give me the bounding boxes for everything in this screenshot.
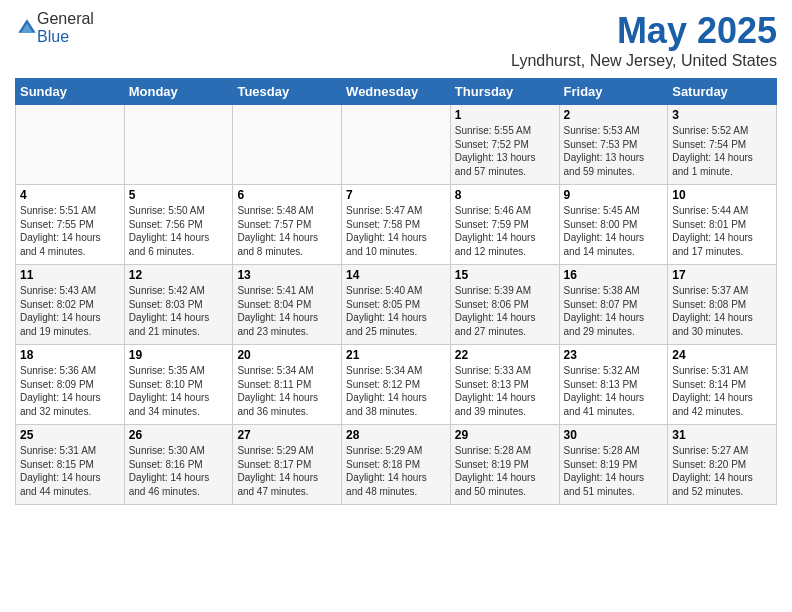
calendar-cell: 19Sunrise: 5:35 AMSunset: 8:10 PMDayligh… <box>124 345 233 425</box>
day-info: Sunrise: 5:47 AMSunset: 7:58 PMDaylight:… <box>346 204 446 258</box>
calendar-cell <box>16 105 125 185</box>
day-number: 14 <box>346 268 446 282</box>
day-of-week-header: Wednesday <box>342 79 451 105</box>
day-of-week-header: Monday <box>124 79 233 105</box>
day-number: 7 <box>346 188 446 202</box>
day-number: 22 <box>455 348 555 362</box>
title-block: May 2025 Lyndhurst, New Jersey, United S… <box>511 10 777 70</box>
day-info: Sunrise: 5:45 AMSunset: 8:00 PMDaylight:… <box>564 204 664 258</box>
location-subtitle: Lyndhurst, New Jersey, United States <box>511 52 777 70</box>
calendar-cell <box>124 105 233 185</box>
calendar-cell: 27Sunrise: 5:29 AMSunset: 8:17 PMDayligh… <box>233 425 342 505</box>
calendar-week-row: 18Sunrise: 5:36 AMSunset: 8:09 PMDayligh… <box>16 345 777 425</box>
day-info: Sunrise: 5:34 AMSunset: 8:12 PMDaylight:… <box>346 364 446 418</box>
day-info: Sunrise: 5:27 AMSunset: 8:20 PMDaylight:… <box>672 444 772 498</box>
calendar-cell: 10Sunrise: 5:44 AMSunset: 8:01 PMDayligh… <box>668 185 777 265</box>
day-number: 21 <box>346 348 446 362</box>
calendar-cell: 17Sunrise: 5:37 AMSunset: 8:08 PMDayligh… <box>668 265 777 345</box>
calendar-cell: 11Sunrise: 5:43 AMSunset: 8:02 PMDayligh… <box>16 265 125 345</box>
day-of-week-header: Thursday <box>450 79 559 105</box>
calendar-body: 1Sunrise: 5:55 AMSunset: 7:52 PMDaylight… <box>16 105 777 505</box>
day-info: Sunrise: 5:40 AMSunset: 8:05 PMDaylight:… <box>346 284 446 338</box>
header: General Blue May 2025 Lyndhurst, New Jer… <box>15 10 777 70</box>
day-info: Sunrise: 5:37 AMSunset: 8:08 PMDaylight:… <box>672 284 772 338</box>
calendar-cell: 3Sunrise: 5:52 AMSunset: 7:54 PMDaylight… <box>668 105 777 185</box>
calendar-cell: 16Sunrise: 5:38 AMSunset: 8:07 PMDayligh… <box>559 265 668 345</box>
calendar-cell: 23Sunrise: 5:32 AMSunset: 8:13 PMDayligh… <box>559 345 668 425</box>
calendar-cell: 30Sunrise: 5:28 AMSunset: 8:19 PMDayligh… <box>559 425 668 505</box>
calendar-cell: 25Sunrise: 5:31 AMSunset: 8:15 PMDayligh… <box>16 425 125 505</box>
day-number: 25 <box>20 428 120 442</box>
day-info: Sunrise: 5:48 AMSunset: 7:57 PMDaylight:… <box>237 204 337 258</box>
day-info: Sunrise: 5:55 AMSunset: 7:52 PMDaylight:… <box>455 124 555 178</box>
day-number: 1 <box>455 108 555 122</box>
day-number: 24 <box>672 348 772 362</box>
days-of-week-row: SundayMondayTuesdayWednesdayThursdayFrid… <box>16 79 777 105</box>
calendar-cell <box>233 105 342 185</box>
calendar-cell <box>342 105 451 185</box>
day-number: 15 <box>455 268 555 282</box>
calendar-cell: 5Sunrise: 5:50 AMSunset: 7:56 PMDaylight… <box>124 185 233 265</box>
day-info: Sunrise: 5:35 AMSunset: 8:10 PMDaylight:… <box>129 364 229 418</box>
calendar-week-row: 11Sunrise: 5:43 AMSunset: 8:02 PMDayligh… <box>16 265 777 345</box>
day-number: 23 <box>564 348 664 362</box>
day-number: 27 <box>237 428 337 442</box>
day-info: Sunrise: 5:42 AMSunset: 8:03 PMDaylight:… <box>129 284 229 338</box>
main-title: May 2025 <box>511 10 777 52</box>
page: General Blue May 2025 Lyndhurst, New Jer… <box>0 0 792 612</box>
day-number: 13 <box>237 268 337 282</box>
calendar-week-row: 25Sunrise: 5:31 AMSunset: 8:15 PMDayligh… <box>16 425 777 505</box>
day-info: Sunrise: 5:29 AMSunset: 8:18 PMDaylight:… <box>346 444 446 498</box>
day-number: 30 <box>564 428 664 442</box>
logo: General Blue <box>15 10 94 46</box>
calendar-cell: 7Sunrise: 5:47 AMSunset: 7:58 PMDaylight… <box>342 185 451 265</box>
calendar-table: SundayMondayTuesdayWednesdayThursdayFrid… <box>15 78 777 505</box>
calendar-cell: 9Sunrise: 5:45 AMSunset: 8:00 PMDaylight… <box>559 185 668 265</box>
day-info: Sunrise: 5:38 AMSunset: 8:07 PMDaylight:… <box>564 284 664 338</box>
day-info: Sunrise: 5:31 AMSunset: 8:14 PMDaylight:… <box>672 364 772 418</box>
day-number: 5 <box>129 188 229 202</box>
day-number: 29 <box>455 428 555 442</box>
day-of-week-header: Friday <box>559 79 668 105</box>
day-number: 28 <box>346 428 446 442</box>
calendar-cell: 4Sunrise: 5:51 AMSunset: 7:55 PMDaylight… <box>16 185 125 265</box>
day-info: Sunrise: 5:39 AMSunset: 8:06 PMDaylight:… <box>455 284 555 338</box>
logo-text: General Blue <box>37 10 94 46</box>
calendar-cell: 22Sunrise: 5:33 AMSunset: 8:13 PMDayligh… <box>450 345 559 425</box>
day-number: 8 <box>455 188 555 202</box>
day-number: 16 <box>564 268 664 282</box>
day-info: Sunrise: 5:46 AMSunset: 7:59 PMDaylight:… <box>455 204 555 258</box>
calendar-cell: 29Sunrise: 5:28 AMSunset: 8:19 PMDayligh… <box>450 425 559 505</box>
calendar-week-row: 4Sunrise: 5:51 AMSunset: 7:55 PMDaylight… <box>16 185 777 265</box>
calendar-cell: 28Sunrise: 5:29 AMSunset: 8:18 PMDayligh… <box>342 425 451 505</box>
day-of-week-header: Sunday <box>16 79 125 105</box>
day-info: Sunrise: 5:29 AMSunset: 8:17 PMDaylight:… <box>237 444 337 498</box>
day-number: 26 <box>129 428 229 442</box>
calendar-cell: 15Sunrise: 5:39 AMSunset: 8:06 PMDayligh… <box>450 265 559 345</box>
day-number: 17 <box>672 268 772 282</box>
calendar-cell: 20Sunrise: 5:34 AMSunset: 8:11 PMDayligh… <box>233 345 342 425</box>
day-number: 20 <box>237 348 337 362</box>
day-number: 3 <box>672 108 772 122</box>
day-number: 12 <box>129 268 229 282</box>
day-info: Sunrise: 5:28 AMSunset: 8:19 PMDaylight:… <box>564 444 664 498</box>
day-number: 2 <box>564 108 664 122</box>
day-info: Sunrise: 5:32 AMSunset: 8:13 PMDaylight:… <box>564 364 664 418</box>
day-info: Sunrise: 5:31 AMSunset: 8:15 PMDaylight:… <box>20 444 120 498</box>
calendar-cell: 1Sunrise: 5:55 AMSunset: 7:52 PMDaylight… <box>450 105 559 185</box>
calendar-cell: 14Sunrise: 5:40 AMSunset: 8:05 PMDayligh… <box>342 265 451 345</box>
calendar-week-row: 1Sunrise: 5:55 AMSunset: 7:52 PMDaylight… <box>16 105 777 185</box>
day-info: Sunrise: 5:34 AMSunset: 8:11 PMDaylight:… <box>237 364 337 418</box>
calendar-cell: 6Sunrise: 5:48 AMSunset: 7:57 PMDaylight… <box>233 185 342 265</box>
day-number: 10 <box>672 188 772 202</box>
calendar-cell: 21Sunrise: 5:34 AMSunset: 8:12 PMDayligh… <box>342 345 451 425</box>
day-info: Sunrise: 5:28 AMSunset: 8:19 PMDaylight:… <box>455 444 555 498</box>
day-info: Sunrise: 5:33 AMSunset: 8:13 PMDaylight:… <box>455 364 555 418</box>
calendar-cell: 18Sunrise: 5:36 AMSunset: 8:09 PMDayligh… <box>16 345 125 425</box>
day-number: 18 <box>20 348 120 362</box>
day-info: Sunrise: 5:53 AMSunset: 7:53 PMDaylight:… <box>564 124 664 178</box>
day-info: Sunrise: 5:51 AMSunset: 7:55 PMDaylight:… <box>20 204 120 258</box>
day-info: Sunrise: 5:41 AMSunset: 8:04 PMDaylight:… <box>237 284 337 338</box>
calendar-cell: 31Sunrise: 5:27 AMSunset: 8:20 PMDayligh… <box>668 425 777 505</box>
day-info: Sunrise: 5:52 AMSunset: 7:54 PMDaylight:… <box>672 124 772 178</box>
